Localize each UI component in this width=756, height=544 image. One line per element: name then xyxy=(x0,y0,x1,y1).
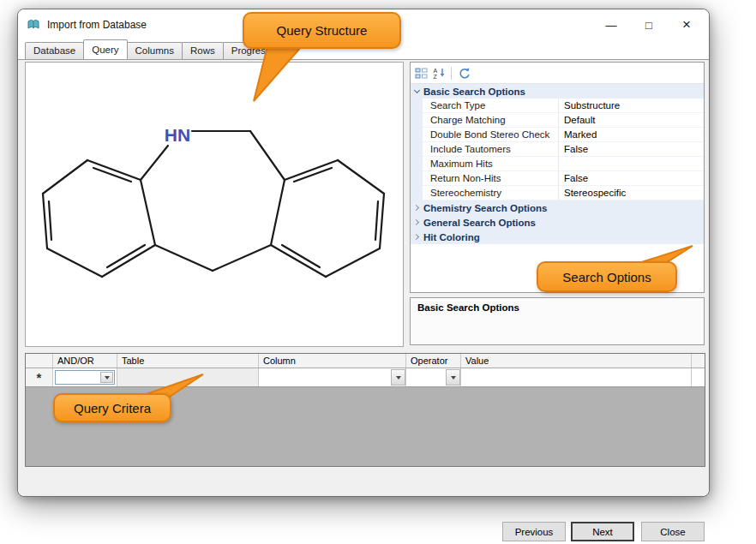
group-basic-search-options[interactable]: Basic Search Options xyxy=(411,84,704,99)
property-value[interactable]: Default xyxy=(559,113,704,128)
column-header-selector xyxy=(26,354,53,368)
property-row-return-non-hits[interactable]: Return Non-Hits False xyxy=(411,171,704,186)
property-value[interactable]: Marked xyxy=(559,128,704,142)
search-options-grid: A Z Basic Search Options xyxy=(410,62,705,293)
property-value[interactable]: False xyxy=(559,171,704,186)
maximize-button[interactable]: □ xyxy=(630,9,668,40)
next-button[interactable]: Next xyxy=(571,522,634,541)
andor-dropdown[interactable] xyxy=(55,370,115,385)
import-from-database-window: Import from Database — □ × Database Quer… xyxy=(17,9,710,497)
query-structure-callout: Query Structure xyxy=(243,12,401,49)
chemical-structure-drawing: HN xyxy=(26,63,403,346)
value-cell[interactable] xyxy=(461,368,692,386)
property-value[interactable] xyxy=(559,157,704,171)
property-value[interactable]: False xyxy=(559,142,704,157)
column-header-operator: Operator xyxy=(406,354,461,368)
query-criteria-callout: Query Critera xyxy=(53,393,171,422)
property-row-charge-matching[interactable]: Charge Matching Default xyxy=(411,113,704,128)
column-header-end xyxy=(692,354,705,368)
group-chemistry-search-options[interactable]: Chemistry Search Options xyxy=(411,200,704,215)
dropdown-arrow-icon[interactable] xyxy=(100,372,113,383)
property-row-search-type[interactable]: Search Type Substructure xyxy=(411,99,704,113)
svg-text:A: A xyxy=(433,67,437,73)
chevron-down-icon xyxy=(411,90,423,93)
chevron-right-icon xyxy=(411,235,423,239)
operator-cell[interactable] xyxy=(406,368,461,386)
tab-query[interactable]: Query xyxy=(83,39,127,59)
column-header-value: Value xyxy=(461,354,692,368)
group-general-search-options[interactable]: General Search Options xyxy=(411,215,704,230)
app-icon xyxy=(27,18,40,32)
nh-atom-label: HN xyxy=(165,125,190,145)
property-grid-toolbar: A Z xyxy=(411,63,704,84)
dropdown-arrow-icon[interactable] xyxy=(391,369,405,386)
tab-columns[interactable]: Columns xyxy=(127,42,183,59)
reset-options-icon[interactable] xyxy=(456,65,471,81)
property-description-panel: Basic Search Options xyxy=(410,297,705,345)
property-row-stereochemistry[interactable]: Stereochemistry Stereospecific xyxy=(411,186,704,200)
query-structure-canvas[interactable]: HN xyxy=(25,62,404,347)
toolbar-separator xyxy=(451,67,452,80)
property-value[interactable]: Substructure xyxy=(559,99,704,113)
property-row-maximum-hits[interactable]: Maximum Hits xyxy=(411,157,704,171)
property-row-double-bond-stereo-check[interactable]: Double Bond Stereo Check Marked xyxy=(411,128,704,142)
svg-text:Z: Z xyxy=(433,74,437,80)
column-header-table: Table xyxy=(117,354,259,368)
column-cell[interactable] xyxy=(259,368,406,386)
tab-rows[interactable]: Rows xyxy=(182,42,224,59)
chevron-right-icon xyxy=(411,206,423,210)
close-window-button[interactable]: × xyxy=(668,9,705,40)
tab-database[interactable]: Database xyxy=(25,42,84,59)
tab-strip: Database Query Columns Rows Progress xyxy=(25,41,279,59)
previous-button[interactable]: Previous xyxy=(502,522,566,541)
andor-cell xyxy=(53,368,117,386)
sort-alphabetical-icon[interactable]: A Z xyxy=(431,65,447,81)
description-title: Basic Search Options xyxy=(417,302,697,313)
close-button[interactable]: Close xyxy=(641,522,705,541)
dropdown-arrow-icon[interactable] xyxy=(446,369,460,386)
row-selector-cell[interactable]: * xyxy=(26,368,53,386)
search-options-callout: Search Options xyxy=(537,261,677,292)
column-header-column: Column xyxy=(259,354,406,368)
group-hit-coloring[interactable]: Hit Coloring xyxy=(411,230,704,244)
window-title: Import from Database xyxy=(47,19,147,31)
categorized-view-icon[interactable] xyxy=(413,65,429,81)
table-cell[interactable] xyxy=(117,368,259,386)
property-row-include-tautomers[interactable]: Include Tautomers False xyxy=(411,142,704,157)
criteria-new-row: * xyxy=(26,368,705,387)
property-value[interactable]: Stereospecific xyxy=(559,186,704,200)
chevron-right-icon xyxy=(411,220,423,224)
column-header-andor: AND/OR xyxy=(53,354,117,368)
end-cell xyxy=(692,368,705,386)
minimize-button[interactable]: — xyxy=(592,9,630,40)
criteria-header-row: AND/OR Table Column Operator Value xyxy=(26,354,705,368)
